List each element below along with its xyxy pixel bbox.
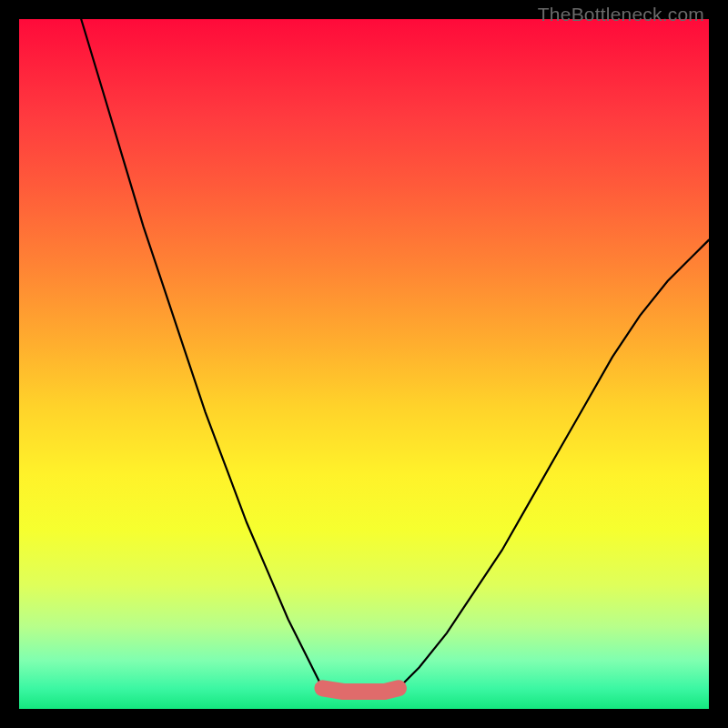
chart-frame: TheBottleneck.com <box>0 0 728 728</box>
chart-svg <box>19 19 709 709</box>
bottleneck-curve <box>81 19 709 692</box>
watermark-text: TheBottleneck.com <box>538 4 704 25</box>
plot-area <box>19 19 709 709</box>
curve-group <box>81 19 709 692</box>
basin-highlight <box>323 688 399 692</box>
